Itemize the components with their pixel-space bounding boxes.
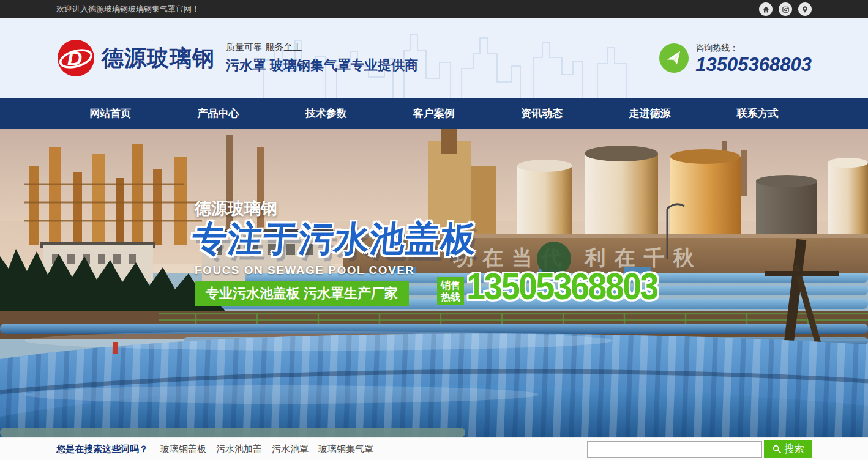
search-input[interactable] — [587, 441, 762, 458]
hotline-label: 咨询热线： — [695, 43, 812, 54]
main-nav: 网站首页 产品中心 技术参数 客户案例 资讯动态 走进德源 联系方式 — [0, 98, 868, 129]
sales-badge-line1: 销售 — [441, 280, 460, 291]
nav-item-news[interactable]: 资讯动态 — [488, 98, 596, 129]
keyword-link-gas-collection-hood[interactable]: 玻璃钢集气罩 — [318, 443, 373, 455]
hero-title: 专注于污水池盖板 — [190, 216, 479, 263]
search-button-label: 搜索 — [785, 443, 804, 456]
slogan-small: 质量可靠 服务至上 — [226, 42, 418, 53]
logo-mark-icon: D — [56, 39, 95, 78]
hero-subtitle-en: FOUCS ON SEWAGE POOL COVER — [195, 264, 415, 277]
hero-tagline-band: 专业污水池盖板 污水罩生产厂家 — [195, 281, 409, 306]
nav-item-products[interactable]: 产品中心 — [164, 98, 272, 129]
hotline-block: 咨询热线： 13505368803 — [659, 43, 812, 74]
search-question-label: 您是在搜索这些词吗？ — [56, 443, 148, 455]
home-icon[interactable] — [759, 2, 773, 16]
hero-photo: 功在当代 利在千秋 — [0, 129, 868, 437]
sales-badge-line2: 热线 — [441, 292, 460, 302]
site-logo[interactable]: D 德源玻璃钢 — [56, 39, 215, 78]
hero-sales-block: 销售 热线 13505368803 — [437, 267, 678, 305]
nav-item-specs[interactable]: 技术参数 — [272, 98, 380, 129]
logo-text: 德源玻璃钢 — [102, 43, 215, 73]
camera-icon[interactable] — [779, 2, 792, 16]
site-header: D 德源玻璃钢 质量可靠 服务至上 污水罩 玻璃钢集气罩专业提供商 咨询热线： … — [0, 18, 868, 98]
welcome-text: 欢迎进入德源玻璃钢玻璃钢集气罩官网！ — [56, 4, 200, 15]
header-slogans: 质量可靠 服务至上 污水罩 玻璃钢集气罩专业提供商 — [226, 42, 418, 75]
logo-letter: D — [67, 46, 83, 70]
hotline-number: 13505368803 — [695, 55, 812, 74]
topbar-social-icons — [759, 2, 812, 16]
keyword-link-pool-cover[interactable]: 污水池罩 — [272, 443, 309, 455]
nav-item-contact[interactable]: 联系方式 — [704, 98, 812, 129]
arch-covers — [0, 331, 868, 437]
nav-item-cases[interactable]: 客户案例 — [380, 98, 488, 129]
nav-item-home[interactable]: 网站首页 — [56, 98, 164, 129]
slogan-large: 污水罩 玻璃钢集气罩专业提供商 — [226, 56, 418, 75]
location-icon[interactable] — [798, 2, 812, 16]
search-button[interactable]: 搜索 — [764, 440, 812, 458]
hero-banner: 功在当代 利在千秋 — [0, 129, 868, 437]
keyword-link-pool-capping[interactable]: 污水池加盖 — [216, 443, 262, 455]
sales-phone-number: 13505368803 — [466, 267, 657, 305]
paper-plane-icon — [659, 43, 689, 73]
top-bar: 欢迎进入德源玻璃钢玻璃钢集气罩官网！ — [0, 0, 868, 18]
nav-item-about[interactable]: 走进德源 — [596, 98, 703, 129]
search-bar: 您是在搜索这些词吗？ 玻璃钢盖板 污水池加盖 污水池罩 玻璃钢集气罩 搜索 — [0, 437, 868, 460]
sales-hotline-badge: 销售 热线 — [437, 277, 464, 305]
magnifier-icon — [772, 444, 782, 454]
keyword-link-fiberglass-cover[interactable]: 玻璃钢盖板 — [160, 443, 206, 455]
